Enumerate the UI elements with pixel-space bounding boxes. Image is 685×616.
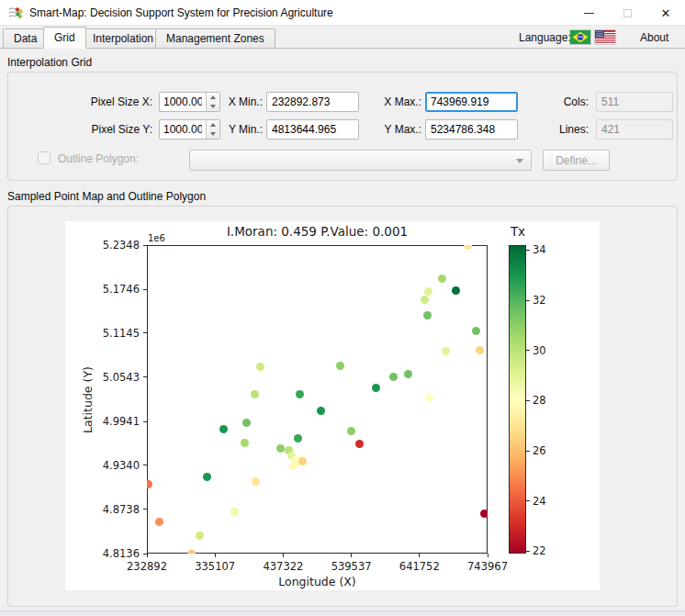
x-tick-mark: [351, 554, 352, 557]
y-tick-label: 5.1145: [92, 327, 140, 340]
scatter-point: [438, 274, 446, 283]
cols-value-field: [596, 92, 673, 112]
y-tick-label: 4.8738: [92, 503, 140, 516]
scatter-point: [196, 532, 204, 540]
scatter-point: [452, 286, 460, 295]
x-tick-mark: [488, 554, 488, 557]
colorbar-tick-label: 32: [533, 294, 560, 307]
pixel-size-y-label: Pixel Size Y:: [61, 120, 152, 139]
y-tick-mark: [143, 376, 147, 377]
close-icon: ✕: [661, 7, 671, 19]
scatter-point: [203, 473, 211, 481]
title-bar: Smart-Map: Decision Support System for P…: [0, 0, 685, 26]
about-button[interactable]: About: [640, 31, 668, 44]
scatter-point: [147, 480, 152, 488]
pixel-size-x-input[interactable]: [160, 93, 206, 111]
colorbar-tick-mark: [526, 500, 530, 501]
scatter-point: [219, 425, 228, 433]
y-tick-mark: [143, 465, 147, 465]
pixel-size-x-spinner[interactable]: [159, 92, 220, 112]
scatter-point: [372, 384, 380, 392]
scatter-point: [298, 457, 307, 465]
chevron-down-icon: [516, 159, 523, 163]
x-tick-label: 232892: [119, 560, 174, 573]
y-tick-mark: [143, 509, 147, 510]
scatter-point: [355, 440, 364, 448]
language-label: Language:: [519, 31, 571, 44]
scatter-point: [421, 296, 429, 304]
maximize-icon: [623, 9, 632, 17]
tab-data[interactable]: Data: [3, 28, 48, 48]
tab-interpolation[interactable]: Interpolation: [82, 28, 164, 48]
scatter-point: [347, 427, 355, 435]
colorbar-tick-mark: [526, 250, 530, 251]
define-button: Define...: [543, 150, 610, 171]
y-tick-mark: [143, 289, 147, 290]
tab-label: Management Zones: [166, 32, 264, 45]
lines-value-field: [596, 119, 673, 140]
scatter-point: [472, 327, 480, 335]
cols-label: Cols:: [543, 93, 589, 111]
x-min-input[interactable]: [266, 92, 359, 112]
outline-polygon-checkbox: [38, 151, 51, 164]
scatter-point: [251, 390, 259, 398]
brazil-flag-button[interactable]: [570, 30, 590, 44]
define-button-label: Define...: [556, 154, 597, 167]
chart-title: I.Moran: 0.459 P.Value: 0.001: [147, 224, 488, 239]
interpolation-grid-groupbox: Pixel Size X: X Min.: X Max.: Cols: Pixe…: [7, 72, 678, 181]
tab-grid[interactable]: Grid: [43, 27, 86, 49]
pixel-size-x-label: Pixel Size X:: [61, 93, 152, 111]
colorbar-tick-label: 34: [533, 243, 560, 256]
x-tick-mark: [419, 554, 420, 557]
y-max-input[interactable]: [425, 119, 518, 140]
tab-label: Interpolation: [93, 32, 153, 45]
pixel-size-y-spinner[interactable]: [159, 119, 220, 140]
x-axis-label: Longitude (X): [147, 575, 488, 588]
scatter-point: [241, 439, 249, 447]
interpolation-grid-title: Interpolation Grid: [7, 56, 92, 69]
window-bottom-edge: [0, 610, 685, 616]
colorbar-tick-label: 26: [533, 444, 560, 457]
scatter-figure: I.Moran: 0.459 P.Value: 0.001 1e6 Latitu…: [65, 221, 600, 590]
y-tick-mark: [143, 245, 147, 246]
scatter-point: [317, 407, 325, 415]
colorbar-tick-label: 30: [533, 344, 560, 357]
colorbar-tick-mark: [526, 551, 530, 552]
colorbar-tick-label: 24: [533, 495, 560, 508]
y-tick-label: 4.9340: [92, 459, 140, 472]
x-min-label: X Min.:: [212, 93, 263, 111]
x-tick-mark: [283, 554, 284, 557]
scatter-point: [389, 373, 398, 381]
pixel-size-y-input[interactable]: [160, 120, 206, 139]
colorbar-tick-mark: [526, 451, 530, 452]
map-groupbox: I.Moran: 0.459 P.Value: 0.001 1e6 Latitu…: [7, 206, 678, 607]
close-button[interactable]: ✕: [646, 0, 685, 26]
y-axis-offset-label: 1e6: [148, 233, 165, 243]
scatter-point: [423, 311, 432, 319]
y-tick-mark: [143, 332, 147, 333]
y-min-input[interactable]: [266, 119, 359, 140]
minimize-icon: [584, 13, 594, 14]
colorbar-tick-mark: [526, 350, 530, 351]
scatter-point: [155, 518, 163, 526]
colorbar-tick-label: 22: [533, 544, 560, 557]
scatter-point: [424, 287, 432, 296]
minimize-button[interactable]: [569, 0, 608, 26]
maximize-button[interactable]: [608, 0, 646, 26]
colorbar-title: Tx: [499, 224, 537, 239]
tab-management-zones[interactable]: Management Zones: [155, 28, 275, 48]
y-max-label: Y Max.:: [366, 120, 421, 139]
scatter-point: [242, 419, 251, 427]
colorbar: [509, 245, 526, 554]
scatter-point: [425, 394, 433, 402]
scatter-point: [480, 510, 488, 518]
colorbar-tick-mark: [526, 400, 530, 401]
scatter-point: [230, 508, 239, 516]
y-min-label: Y Min.:: [212, 120, 263, 139]
x-max-input[interactable]: [425, 92, 518, 112]
y-tick-label: 5.2348: [92, 239, 140, 252]
us-flag-button[interactable]: [595, 30, 615, 44]
outline-polygon-combobox: [189, 150, 532, 171]
x-tick-mark: [215, 554, 216, 557]
x-tick-label: 437322: [255, 560, 310, 573]
